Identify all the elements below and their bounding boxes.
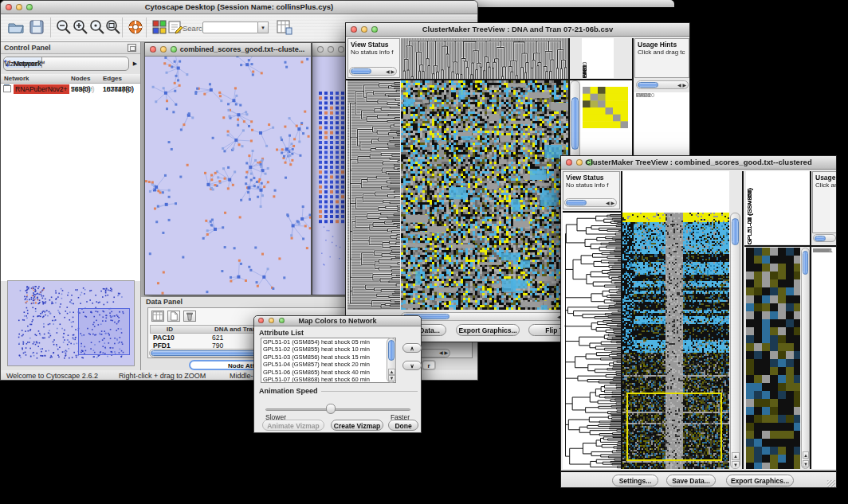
toolbar-separator bbox=[50, 18, 51, 37]
zoom-in-icon[interactable] bbox=[72, 18, 89, 36]
column-dendrogram-canvas[interactable] bbox=[401, 38, 568, 79]
data-panel-title: Data Panel bbox=[146, 298, 183, 306]
attribute-list-item[interactable]: GPL51-03 (GSM856) heat shock 15 min bbox=[261, 354, 395, 361]
attribute-list-item[interactable]: GPL51-01 (GSM854) heat shock 05 min bbox=[261, 338, 395, 346]
network-overview-panel[interactable] bbox=[7, 280, 135, 366]
network-view-canvas-1[interactable] bbox=[145, 57, 311, 295]
zoom-vscrollbar[interactable]: ▲ ▼ bbox=[801, 248, 810, 469]
edge-attribute-browser-button-fragment[interactable]: r bbox=[422, 360, 436, 370]
attribute-list-scrollbar[interactable]: ▲ ▼ bbox=[387, 338, 396, 383]
search-input[interactable] bbox=[202, 21, 258, 33]
usage-hints-panel: Usage Hints Click and drag tc bbox=[634, 38, 689, 78]
usage-hints-hscrollbar[interactable] bbox=[813, 234, 836, 242]
animation-speed-group: Animation Speed bbox=[259, 386, 418, 396]
delete-attribute-icon[interactable] bbox=[183, 311, 196, 322]
dna-heatmap-canvas[interactable] bbox=[401, 80, 568, 310]
view-status-title: View Status bbox=[351, 41, 389, 49]
view-status-hscrollbar[interactable]: ◀ ▶ bbox=[349, 67, 397, 76]
treeview-button-bar: Settings... Save Data... Export Graphics… bbox=[561, 471, 836, 488]
network-overview-canvas[interactable] bbox=[8, 281, 134, 365]
usage-hints-title: Usage Hi bbox=[815, 174, 837, 182]
open-file-icon[interactable] bbox=[7, 18, 25, 36]
main-title-bar[interactable]: Cytoscape Desktop (Session Name: collins… bbox=[1, 1, 477, 14]
treeview-combined-title: ClusterMaker TreeView : combined_scores_… bbox=[561, 158, 836, 166]
scrollbar-thumb[interactable] bbox=[803, 251, 808, 275]
scroll-down-arrow[interactable]: ▼ bbox=[732, 461, 740, 469]
column-label[interactable]: GPL51-08 (GSM872) bbox=[746, 171, 755, 244]
vizmapper-icon[interactable] bbox=[151, 18, 168, 36]
usage-hints-hscrollbar[interactable]: ◀ ▶ bbox=[636, 80, 689, 89]
dialog-title: Map Colors to Network bbox=[254, 317, 421, 325]
row-dendrogram-canvas[interactable] bbox=[563, 213, 621, 469]
scrollbar-thumb[interactable] bbox=[388, 340, 395, 361]
save-data-button[interactable]: Save Data... bbox=[666, 475, 716, 486]
gene-value: 621 bbox=[212, 334, 223, 342]
network-nodes-count: 563(0) bbox=[71, 85, 91, 93]
zoom-selected-icon[interactable] bbox=[88, 18, 106, 36]
tab-vizmapper[interactable]: VizMapper™ bbox=[4, 57, 45, 68]
animate-vizmap-button[interactable]: Animate Vizmap bbox=[262, 420, 324, 431]
annotation-icon[interactable] bbox=[167, 18, 184, 36]
attribute-list-item[interactable]: GPL51-04 (GSM857) heat shock 20 min bbox=[261, 361, 395, 368]
select-attributes-icon[interactable] bbox=[151, 311, 164, 322]
treeview-combined-title-bar[interactable]: ClusterMaker TreeView : combined_scores_… bbox=[561, 156, 836, 170]
attribute-list-item[interactable]: GPL51-02 (GSM855) heat shock 10 min bbox=[261, 346, 395, 353]
dialog-title-bar[interactable]: Map Colors to Network bbox=[254, 316, 421, 326]
attribute-browser-icon[interactable] bbox=[275, 18, 292, 36]
zoom-out-icon[interactable] bbox=[55, 18, 73, 36]
scrollbar-thumb[interactable] bbox=[571, 97, 579, 150]
done-button[interactable]: Done bbox=[388, 420, 418, 431]
new-attribute-icon[interactable] bbox=[167, 311, 180, 322]
create-vizmap-button[interactable]: Create Vizmap bbox=[331, 420, 383, 431]
scroll-up-arrow[interactable]: ▲ bbox=[803, 451, 809, 459]
toolbar-separator bbox=[146, 18, 147, 37]
data-col-id: ID bbox=[167, 326, 173, 333]
scroll-up-arrow[interactable]: ▲ bbox=[388, 369, 395, 375]
scrollbar-arrows[interactable]: ◀ ▶ bbox=[439, 350, 448, 355]
heatmap-vscrollbar[interactable]: ▲ ▼ bbox=[730, 213, 740, 469]
view1-title: combined_scores_good.txt--cluste... bbox=[145, 45, 311, 53]
window-controls[interactable] bbox=[317, 46, 349, 53]
float-panel-icon[interactable] bbox=[128, 44, 136, 52]
scroll-down-arrow[interactable]: ▼ bbox=[803, 460, 809, 467]
scroll-down-arrow[interactable]: ▼ bbox=[388, 375, 395, 381]
treeview-dna-title-bar[interactable]: ClusterMaker TreeView : DNA and Tran 07-… bbox=[346, 23, 689, 37]
animation-speed-slider-track[interactable] bbox=[265, 408, 410, 411]
attribute-list-item[interactable]: GPL51-06 (GSM865) heat shock 40 min bbox=[261, 369, 395, 376]
divider bbox=[744, 245, 837, 247]
spacer bbox=[622, 171, 729, 213]
help-lifering-icon[interactable] bbox=[127, 18, 144, 36]
view-status-hscrollbar[interactable]: ◀ ▶ bbox=[564, 198, 617, 207]
row-dendrogram-canvas[interactable] bbox=[347, 80, 400, 310]
zoom-heatmap-canvas[interactable] bbox=[746, 248, 800, 469]
gene-label[interactable]: PAC10 bbox=[634, 92, 654, 100]
scrollbar-thumb[interactable] bbox=[732, 218, 739, 245]
usage-hints-panel: Usage Hi Click and bbox=[812, 171, 837, 233]
settings-button[interactable]: Settings... bbox=[612, 475, 658, 486]
network-table-header[interactable]: Network Nodes Edges bbox=[1, 74, 140, 84]
export-graphics-button[interactable]: Export Graphics... bbox=[456, 324, 520, 336]
animation-speed-slider-thumb[interactable] bbox=[326, 404, 336, 414]
column-label[interactable]: PAC10 bbox=[582, 38, 587, 78]
similarity-matrix-canvas[interactable] bbox=[583, 87, 628, 128]
zoom-fit-icon[interactable] bbox=[104, 18, 122, 36]
attribute-list[interactable]: GPL51-01 (GSM854) heat shock 05 minGPL51… bbox=[261, 338, 396, 383]
usage-hints-title: Usage Hints bbox=[638, 41, 677, 49]
move-down-button[interactable]: ∨ bbox=[402, 361, 422, 370]
divider bbox=[621, 171, 622, 469]
view1-title-bar[interactable]: combined_scores_good.txt--cluste... bbox=[145, 43, 311, 57]
desktop: Cytoscape Desktop (Session Name: collins… bbox=[0, 0, 848, 504]
export-graphics-button[interactable]: Export Graphics... bbox=[726, 475, 794, 486]
scroll-up-arrow[interactable]: ▲ bbox=[732, 452, 740, 460]
resize-grip[interactable] bbox=[827, 480, 835, 488]
tab-overflow-arrow[interactable]: ▶ bbox=[131, 57, 139, 71]
map-colors-dialog: Map Colors to Network Attribute List GPL… bbox=[253, 315, 422, 433]
main-window-title: Cytoscape Desktop (Session Name: collins… bbox=[1, 2, 477, 11]
attribute-list-item[interactable]: GPL51-07 (GSM868) heat shock 60 min bbox=[261, 376, 395, 383]
save-icon[interactable] bbox=[28, 18, 45, 36]
move-up-button[interactable]: ∧ bbox=[402, 343, 422, 353]
gene-label[interactable]: MON2 bbox=[812, 248, 830, 255]
heatmap-hscrollbar[interactable]: ◀ ▶ bbox=[401, 312, 568, 321]
search-dropdown-arrow-icon[interactable]: ▼ bbox=[258, 21, 269, 33]
network-type-icon bbox=[3, 85, 11, 92]
